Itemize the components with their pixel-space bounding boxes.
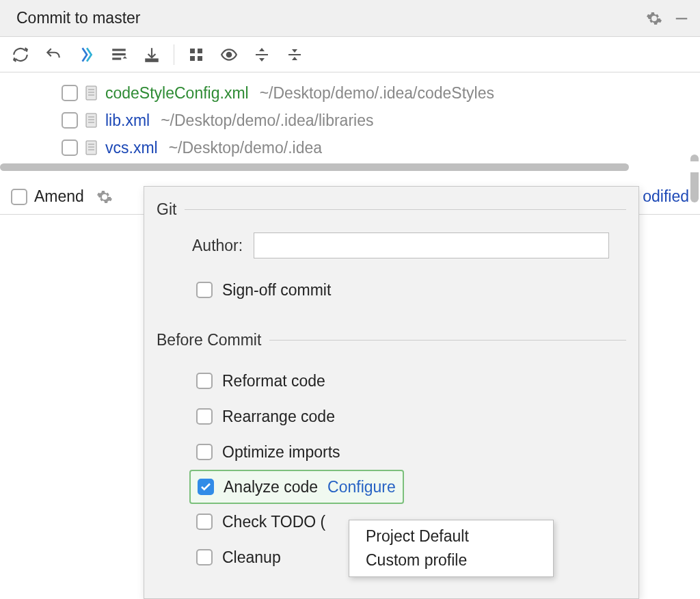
svg-rect-10 [256, 54, 268, 55]
svg-rect-7 [190, 56, 195, 61]
collapse-all-icon[interactable] [280, 41, 310, 68]
toolbar-separator [174, 44, 174, 65]
file-checkbox[interactable] [62, 85, 78, 101]
todo-label: Check TODO ( [222, 513, 325, 531]
svg-rect-2 [112, 53, 126, 55]
file-icon [85, 112, 98, 129]
file-icon [85, 85, 98, 101]
changed-files-list: codeStyleConfig.xml ~/Desktop/demo/.idea… [0, 72, 700, 179]
author-label: Author: [192, 237, 243, 255]
file-path: ~/Desktop/demo/.idea [169, 139, 322, 157]
toolbar [0, 37, 700, 72]
refresh-icon[interactable] [5, 41, 36, 68]
cleanup-label: Cleanup [222, 548, 281, 567]
svg-rect-16 [86, 114, 96, 127]
section-divider [185, 209, 626, 210]
reformat-label: Reformat code [222, 372, 325, 390]
file-checkbox[interactable] [62, 112, 78, 129]
before-commit-section-label: Before Commit [157, 331, 261, 349]
minimize-icon[interactable] [671, 8, 692, 29]
configure-link[interactable]: Configure [327, 478, 396, 496]
changelist-icon[interactable] [104, 41, 134, 68]
file-name: lib.xml [105, 111, 150, 130]
section-divider [269, 340, 626, 341]
optimize-checkbox[interactable] [196, 444, 213, 460]
svg-rect-0 [676, 18, 688, 19]
diff-icon[interactable] [71, 41, 101, 68]
signoff-label: Sign-off commit [222, 281, 331, 300]
svg-point-9 [227, 52, 232, 57]
file-icon [85, 139, 98, 156]
preview-icon[interactable] [214, 41, 244, 68]
svg-rect-8 [198, 56, 202, 61]
configure-dropdown-menu: Project Default Custom profile [349, 520, 554, 577]
file-row[interactable]: vcs.xml ~/Desktop/demo/.idea [0, 134, 700, 161]
svg-rect-1 [112, 49, 126, 51]
menu-item-project-default[interactable]: Project Default [349, 524, 553, 548]
svg-rect-11 [288, 54, 301, 55]
rearrange-label: Rearrange code [222, 408, 335, 426]
file-name: vcs.xml [105, 139, 158, 157]
group-icon[interactable] [181, 41, 211, 68]
undo-icon[interactable] [38, 41, 68, 68]
git-section-label: Git [157, 200, 176, 219]
rearrange-checkbox[interactable] [196, 408, 213, 425]
titlebar: Commit to master [0, 0, 700, 37]
menu-item-custom-profile[interactable]: Custom profile [349, 548, 553, 572]
todo-checkbox[interactable] [196, 514, 213, 530]
file-row[interactable]: codeStyleConfig.xml ~/Desktop/demo/.idea… [0, 79, 700, 107]
signoff-checkbox[interactable] [196, 282, 213, 298]
file-path: ~/Desktop/demo/.idea/libraries [161, 111, 373, 130]
settings-gear-icon[interactable] [644, 8, 664, 29]
file-name: codeStyleConfig.xml [105, 84, 249, 103]
file-path: ~/Desktop/demo/.idea/codeStyles [260, 84, 494, 103]
commit-options-gear-icon[interactable] [96, 189, 113, 205]
svg-rect-5 [190, 49, 195, 53]
cleanup-checkbox[interactable] [196, 549, 213, 565]
optimize-label: Optimize imports [222, 443, 340, 462]
svg-rect-3 [112, 57, 121, 59]
svg-rect-12 [86, 86, 96, 100]
analyze-label: Analyze code [224, 478, 318, 496]
svg-rect-4 [146, 59, 157, 61]
author-input[interactable] [254, 232, 609, 258]
svg-rect-6 [198, 49, 202, 53]
analyze-highlight: Analyze code Configure [189, 470, 404, 504]
svg-rect-20 [86, 141, 96, 155]
panel-title: Commit to master [16, 9, 140, 27]
shelve-icon[interactable] [137, 41, 167, 68]
analyze-checkbox[interactable] [198, 479, 214, 495]
file-checkbox[interactable] [62, 139, 78, 156]
amend-label: Amend [34, 187, 84, 206]
file-row[interactable]: lib.xml ~/Desktop/demo/.idea/libraries [0, 107, 700, 134]
expand-all-icon[interactable] [247, 41, 277, 68]
horizontal-scrollbar[interactable] [0, 161, 700, 172]
reformat-checkbox[interactable] [196, 373, 213, 389]
modified-text-partial: odified [643, 187, 689, 206]
amend-checkbox[interactable] [11, 189, 27, 205]
